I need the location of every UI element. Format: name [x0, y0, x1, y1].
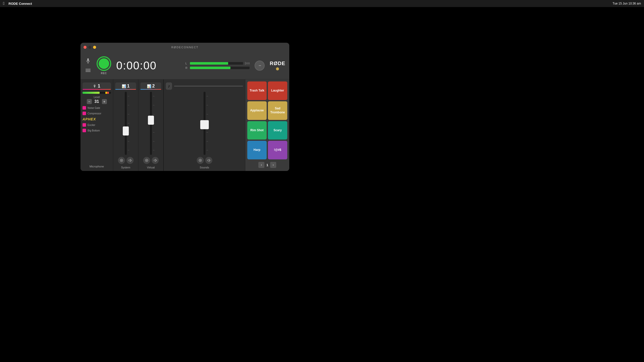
meter-r-label: R — [185, 66, 188, 69]
top-section: REC 0:00:00 L R — [80, 52, 289, 79]
virtual-fader-handle[interactable] — [148, 116, 154, 125]
close-button[interactable] — [84, 46, 87, 49]
sounds-listen-button[interactable] — [197, 157, 204, 164]
pads-panel: Trash TalkLaughterApplauseSad TromboneRi… — [245, 79, 289, 171]
sounds-channel-header: ♪ — [166, 82, 172, 90]
system-listen-button[interactable] — [118, 157, 125, 164]
mic-channel-icon: 🎙 — [93, 84, 97, 88]
big-bottom-indicator — [83, 129, 86, 132]
rode-logo-dot — [276, 67, 279, 70]
meter-section: L R — [185, 62, 250, 69]
svg-point-12 — [200, 160, 201, 161]
pad-button-7[interactable]: !@#$ — [268, 141, 287, 159]
svg-point-4 — [121, 160, 122, 161]
big-bottom-row: Big Bottom — [83, 129, 111, 132]
rec-button[interactable]: REC — [97, 56, 111, 75]
level-increase-button[interactable]: + — [102, 99, 107, 104]
hamburger-menu[interactable] — [85, 67, 92, 74]
sounds-top: ♪ — [166, 82, 243, 90]
noise-gate-indicator — [83, 106, 86, 110]
level-control: Level − 31 + — [83, 96, 111, 104]
pad-button-0[interactable]: Trash Talk — [247, 81, 267, 100]
meter-row-l: L — [185, 62, 250, 65]
window-title: RØDECONNECT — [171, 46, 198, 49]
sounds-mute-button[interactable] — [205, 157, 212, 164]
compressor-label: Compressor — [88, 112, 101, 115]
system-fader-handle[interactable] — [123, 126, 129, 135]
meter-l-bar — [190, 62, 243, 65]
menubar-time: Tue 15 Jun 10:36 am — [613, 2, 641, 5]
svg-point-8 — [146, 160, 147, 161]
virtual-panel: 📊 2 — [138, 79, 164, 171]
app-window: RØDECONNECT REC — [80, 43, 289, 171]
sounds-channel-buttons — [197, 157, 212, 164]
aphex-label: APHEX — [83, 117, 96, 121]
mic-channel-name: Microphone — [90, 165, 104, 168]
maximize-button[interactable] — [93, 46, 96, 49]
system-channel-name: System — [121, 166, 130, 169]
level-value: 31 — [93, 99, 100, 104]
virtual-channel-name: Virtual — [147, 166, 155, 169]
meter-l-label: L — [185, 62, 188, 65]
sounds-fader-handle[interactable] — [200, 120, 209, 129]
rec-circle[interactable] — [97, 56, 111, 71]
menubar-left:  RODE Connect — [3, 1, 32, 6]
main-content: 🎙 1 Level − 31 + — [80, 79, 289, 171]
traffic-lights — [84, 46, 96, 49]
svg-rect-0 — [87, 58, 89, 61]
rode-logo-text: RØDE — [270, 61, 285, 66]
pads-grid: Trash TalkLaughterApplauseSad TromboneRi… — [247, 81, 287, 159]
compressor-row: Compressor — [83, 112, 111, 115]
level-stepper: − 31 + — [87, 99, 107, 104]
pad-button-1[interactable]: Laughter — [268, 81, 287, 100]
system-mute-button[interactable] — [127, 157, 134, 164]
menubar:  RODE Connect Tue 15 Jun 10:36 am — [0, 0, 644, 7]
pad-button-4[interactable]: Rim Shot — [247, 121, 267, 140]
mic-level-meter — [83, 92, 111, 94]
big-bottom-label: Big Bottom — [88, 129, 100, 132]
pad-button-3[interactable]: Sad Trombone — [268, 101, 287, 120]
apple-menu[interactable]:  — [3, 1, 5, 6]
mic-icon[interactable] — [85, 57, 92, 64]
mic-channel-num: 1 — [98, 83, 100, 89]
virtual-channel-num: 2 — [152, 83, 155, 89]
virtual-mute-button[interactable] — [152, 157, 159, 164]
virtual-channel-buttons — [143, 157, 159, 164]
title-bar: RØDECONNECT — [80, 43, 289, 52]
pads-next-button[interactable]: › — [270, 162, 276, 168]
pad-pagination: ‹ 1 › — [247, 161, 287, 169]
noise-gate-label: Noise Gate — [88, 107, 100, 109]
options-button[interactable]: ··· — [255, 61, 265, 71]
rode-logo: RØDE — [270, 61, 285, 70]
meter-row-r: R — [185, 66, 250, 69]
menubar-right: Tue 15 Jun 10:36 am — [613, 2, 641, 5]
virtual-listen-button[interactable] — [143, 157, 150, 164]
app-name: RODE Connect — [9, 2, 32, 6]
system-channel-header: 📊 1 — [115, 82, 136, 90]
mic-channel-header: 🎙 1 — [83, 82, 111, 90]
virtual-channel-icon: 📊 — [147, 84, 151, 88]
mic-level-green — [83, 92, 100, 94]
microphone-panel: 🎙 1 Level − 31 + — [80, 79, 113, 171]
system-panel: 📊 1 — [113, 79, 138, 171]
pads-prev-button[interactable]: ‹ — [258, 162, 264, 168]
left-controls — [85, 57, 92, 74]
mic-level-red — [107, 92, 109, 94]
level-decrease-button[interactable]: − — [87, 99, 92, 104]
rec-circle-inner — [99, 58, 109, 69]
compressor-indicator — [83, 112, 86, 115]
virtual-channel-header: 📊 2 — [140, 82, 161, 90]
pad-button-2[interactable]: Applause — [247, 101, 267, 120]
level-label: Level — [94, 96, 100, 99]
meter-r-fill — [190, 67, 230, 69]
pad-button-6[interactable]: Harp — [247, 141, 267, 159]
rec-label: REC — [101, 72, 107, 75]
meter-r-bar — [190, 67, 250, 69]
pad-button-5[interactable]: Scary — [268, 121, 287, 140]
system-channel-icon: 📊 — [122, 84, 126, 88]
exciter-row: Exciter — [83, 123, 111, 127]
minimize-button[interactable] — [88, 46, 91, 49]
noise-gate-row: Noise Gate — [83, 106, 111, 110]
meter-l-fill — [190, 62, 228, 65]
exciter-indicator — [83, 123, 86, 127]
